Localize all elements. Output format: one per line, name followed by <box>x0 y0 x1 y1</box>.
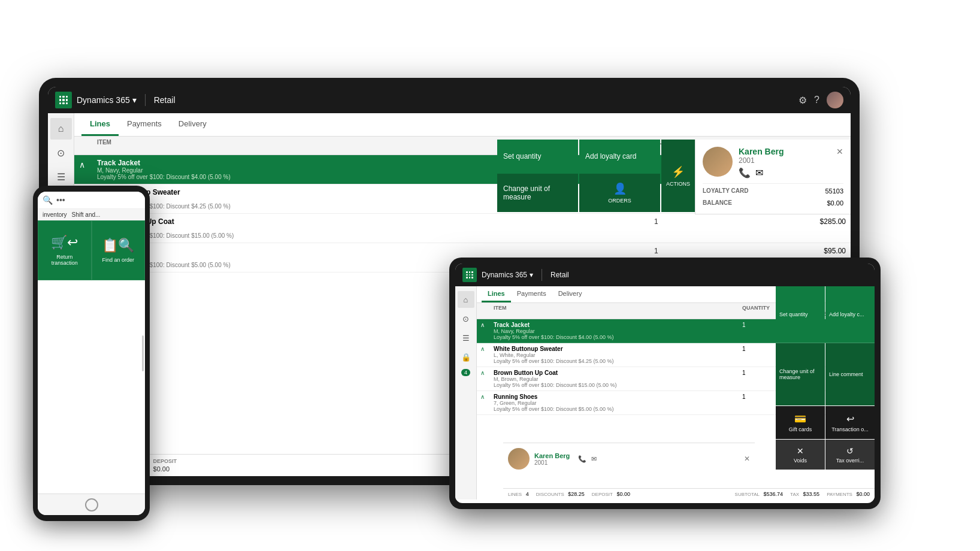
tabs-back: Lines Payments Delivery <box>74 113 851 137</box>
qty-3: 1 <box>654 217 702 226</box>
phone-icon[interactable]: 📞 <box>739 167 751 178</box>
front-footer-subtotal: SUBTOTAL $536.74 <box>735 491 784 497</box>
settings-icon[interactable]: ⚙ <box>798 95 807 106</box>
front-footer: LINES 4 DISCOUNTS $28.25 DEPOSIT $0.00 S… <box>503 488 875 499</box>
front-footer-tax: TAX $33.55 <box>790 491 819 497</box>
front-title[interactable]: Dynamics 365 ▾ <box>482 271 533 279</box>
set-quantity-btn[interactable]: Set quantity <box>497 140 578 172</box>
front-add-loyalty-btn[interactable]: Add loyalty c... <box>825 286 875 343</box>
front-action-grid-mid: 💳 Gift cards ↩ Transaction o... <box>776 406 875 439</box>
front-search-icon[interactable]: ⊙ <box>458 310 474 327</box>
front-footer-discounts: DISCOUNTS $28.25 <box>536 491 585 497</box>
front-lock-icon[interactable]: 🔒 <box>458 349 474 365</box>
transaction-icon: ↩ <box>846 413 854 425</box>
email-icon[interactable]: ✉ <box>755 167 763 178</box>
front-line-comment-btn[interactable]: Line comment <box>825 343 875 405</box>
tab-lines-back[interactable]: Lines <box>81 113 119 136</box>
customer-info: Karen Berg 2001 📞 ✉ <box>739 147 784 178</box>
front-item-3: Brown Button Up Coat M, Brown, Regular L… <box>494 370 742 388</box>
qty-4: 1 <box>654 247 702 255</box>
nav-inventory[interactable]: inventory <box>43 211 67 218</box>
customer-close-btn[interactable]: ✕ <box>836 147 843 156</box>
front-email-icon[interactable]: ✉ <box>591 455 597 463</box>
front-collapse-2[interactable]: ∧ <box>480 346 494 364</box>
front-header: Dynamics 365 ▾ Retail <box>455 264 875 286</box>
front-item-4: Running Shoes 7, Green, Regular Loyalty … <box>494 393 742 412</box>
front-customer-close[interactable]: ✕ <box>744 455 750 463</box>
sidebar-search-icon[interactable]: ⊙ <box>50 142 72 164</box>
phone-screen: 🔍 ••• inventory Shift and... 🛒↩ Return t… <box>38 192 145 515</box>
front-collapse-4[interactable]: ∧ <box>480 393 494 412</box>
front-change-unit-btn[interactable]: Change unit of measure <box>776 343 825 405</box>
front-footer-lines: LINES 4 <box>508 491 529 497</box>
tablet-front: Dynamics 365 ▾ Retail ⌂ ⊙ ☰ 🔒 4 Lines P <box>449 258 881 509</box>
front-tax-override-btn[interactable]: ↺ Tax overri... <box>825 440 875 470</box>
app-header-back: Dynamics 365 ▾ Retail ⚙ ? <box>48 87 851 113</box>
gift-cards-icon: 💳 <box>794 413 806 425</box>
front-collapse-3[interactable]: ∧ <box>480 370 494 388</box>
waffle-icon[interactable] <box>55 92 72 108</box>
tab-delivery-back[interactable]: Delivery <box>170 113 215 136</box>
front-gift-cards-btn[interactable]: 💳 Gift cards <box>776 406 825 439</box>
tab-payments-back[interactable]: Payments <box>119 113 170 136</box>
actions-btn[interactable]: ⚡ ACTIONS <box>661 140 695 212</box>
front-divider <box>542 269 542 281</box>
phone-search-icon[interactable]: 🔍 <box>43 195 53 205</box>
customer-panel-back: Karen Berg 2001 📞 ✉ ✕ LOYALTY CARD 55103 <box>695 140 851 214</box>
customer-name: Karen Berg <box>739 147 784 156</box>
customer-avatar-back <box>703 147 733 177</box>
action-tiles-back: Set quantity Add loyalty card ⚡ ACTIONS … <box>497 140 695 212</box>
tax-override-icon: ↺ <box>846 446 854 456</box>
front-transaction-btn[interactable]: ↩ Transaction o... <box>825 406 875 439</box>
front-phone-icon[interactable]: 📞 <box>578 455 586 463</box>
front-action-grid-top: Set quantity Add loyalty c... Change uni… <box>776 286 875 405</box>
phone-menu-icon[interactable]: ••• <box>56 195 65 205</box>
table-row-3[interactable]: ∧ Brown Button Up Coat M, Brown, Regular… <box>74 214 851 243</box>
phone-tile-find[interactable]: 📋🔍 Find an order <box>92 220 146 280</box>
nav-shift[interactable]: Shift and... <box>72 211 101 218</box>
front-footer-deposit: DEPOSIT $0.00 <box>592 491 630 497</box>
front-home-icon[interactable]: ⌂ <box>458 291 474 308</box>
phone-tile-find-label: Find an order <box>102 257 134 263</box>
front-waffle-icon[interactable] <box>462 268 477 282</box>
front-customer-avatar <box>508 448 530 470</box>
front-collapse-1[interactable]: ∧ <box>480 322 494 340</box>
find-icon: 📋🔍 <box>102 238 134 253</box>
sidebar-home-icon[interactable]: ⌂ <box>50 118 72 140</box>
price-3: $285.00 <box>780 217 846 226</box>
user-avatar[interactable] <box>827 92 843 108</box>
orders-btn[interactable]: 👤 ORDERS <box>579 174 660 212</box>
phone-header: 🔍 ••• <box>38 192 145 209</box>
front-tab-delivery[interactable]: Delivery <box>552 286 588 302</box>
change-unit-btn[interactable]: Change unit of measure <box>497 174 578 212</box>
header-divider <box>145 94 146 106</box>
scroll-indicator <box>142 335 144 371</box>
front-set-qty-btn[interactable]: Set quantity <box>776 286 825 343</box>
front-sidebar: ⌂ ⊙ ☰ 🔒 4 <box>455 286 477 499</box>
add-loyalty-btn[interactable]: Add loyalty card <box>579 140 660 172</box>
col-collapse-header <box>79 139 97 152</box>
front-action-grid-bot: ✕ Voids ↺ Tax overri... <box>776 440 875 470</box>
customer-id: 2001 <box>739 156 784 165</box>
front-footer-payments: PAYMENTS $0.00 <box>827 491 870 497</box>
front-main: Lines Payments Delivery ITEM QUANTITY SA… <box>477 286 875 499</box>
front-voids-btn[interactable]: ✕ Voids <box>776 440 825 470</box>
return-icon: 🛒↩ <box>51 235 78 250</box>
front-list-icon[interactable]: ☰ <box>458 329 474 346</box>
front-tab-lines[interactable]: Lines <box>482 286 511 302</box>
front-badge: 4 <box>461 369 470 376</box>
phone-tile-return[interactable]: 🛒↩ Return transaction <box>38 220 92 280</box>
customer-header: Karen Berg 2001 📞 ✉ ✕ <box>703 147 843 178</box>
item-3-detail: Brown Button Up Coat M, Brown, Regular L… <box>97 217 654 239</box>
app-retail-back: Retail <box>154 95 176 105</box>
sidebar-list-icon[interactable]: ☰ <box>50 166 72 187</box>
voids-icon: ✕ <box>797 446 804 456</box>
app-title-back[interactable]: Dynamics 365 ▾ <box>77 95 137 105</box>
front-tab-payments[interactable]: Payments <box>511 286 552 302</box>
collapse-icon-1[interactable]: ∧ <box>79 159 97 169</box>
help-icon[interactable]: ? <box>814 95 819 105</box>
front-item-2: White Buttonup Sweater L, White, Regular… <box>494 346 742 364</box>
phone-bottom <box>38 494 145 515</box>
home-button[interactable] <box>85 498 98 511</box>
front-customer-panel: Karen Berg 2001 📞 ✉ ✕ <box>503 443 755 474</box>
